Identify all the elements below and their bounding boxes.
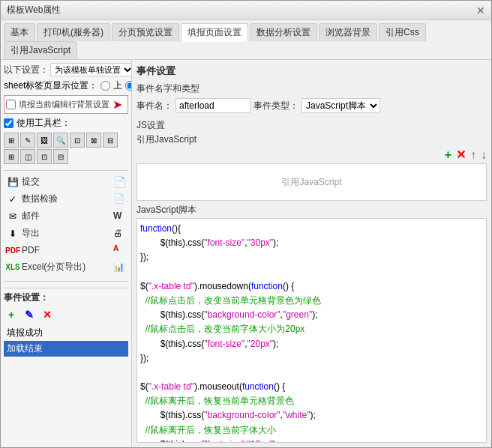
event-section-title: 事件设置： [4, 291, 128, 304]
submit-label: 提交 [22, 175, 40, 188]
main-content: 以下设置： 为该模板单独设置 sheet标签页显示位置： 上 填报当前编辑行背景… [1, 60, 491, 447]
code-line: $(this).css("background-color","green"); [140, 308, 483, 322]
toolbar-icon-2[interactable]: ✎ [20, 133, 35, 148]
code-line: $(this).css("font-size","20px"); [140, 337, 483, 351]
setting-label: 以下设置： [4, 64, 49, 76]
toolbar-icons: ⊞ ✎ 🖼 🔍 ⊡ ⊠ ⊟ ⊞ ◫ ⊡ ⊟ [4, 133, 128, 164]
validate-label: 数据检验 [22, 193, 58, 205]
event-list: 填报成功 加载结束 [4, 325, 128, 357]
export-label: 导出 [22, 227, 40, 240]
radio-bottom[interactable] [125, 81, 132, 91]
toolbar-checkbox[interactable] [4, 118, 14, 128]
code-line: //鼠标离开后，恢复当前单元格背景色 [140, 394, 483, 408]
code-line: //鼠标点击后，改变当前字体大小为20px [140, 322, 483, 336]
code-area[interactable]: function(){ $(this).css("font-size","30p… [136, 218, 487, 443]
tab-fill-page[interactable]: 填报页面设置 [181, 23, 248, 42]
event-name-input[interactable] [176, 98, 250, 113]
window-title: 模板Web属性 [7, 4, 61, 16]
title-bar: 模板Web属性 ✕ [1, 1, 491, 20]
tab-ref-css[interactable]: 引用Css [379, 23, 426, 41]
event-type-select[interactable]: JavaScript脚本 [302, 98, 380, 113]
tab-basic[interactable]: 基本 [4, 23, 35, 41]
submit-right-icon: 📄 [113, 176, 125, 188]
toolbar-icon-4[interactable]: 🔍 [53, 133, 68, 148]
toolbar-icon-1[interactable]: ⊞ [4, 133, 19, 148]
tab-print[interactable]: 打印机(服务器) [37, 23, 110, 41]
pdf-icon: PDF [7, 244, 19, 256]
excel-label: Excel(分页导出) [22, 261, 86, 273]
import-toolbar: + ✕ ↑ ↓ [136, 148, 487, 162]
code-line: $(this).css("font-size","12px"); [140, 438, 483, 443]
email-right-icon: W [113, 211, 125, 223]
tab-ref-js[interactable]: 引用JavaScript [4, 41, 77, 59]
separator-2 [4, 281, 128, 282]
menu-item-validate[interactable]: ✓ 数据检验 📄 [4, 191, 128, 207]
tab-page-preview[interactable]: 分页预览设置 [112, 23, 179, 41]
close-button[interactable]: ✕ [476, 4, 485, 16]
event-item-load-end[interactable]: 加载结束 [4, 341, 128, 357]
tab-browser-bg[interactable]: 浏览器背景 [319, 23, 377, 41]
toolbar-icon-5[interactable]: ⊡ [70, 133, 85, 148]
event-item-fill-success[interactable]: 填报成功 [4, 325, 128, 341]
tabs-bar: 基本 打印机(服务器) 分页预览设置 填报页面设置 数据分析设置 浏览器背景 引… [1, 20, 491, 60]
event-edit-button[interactable]: ✎ [22, 307, 37, 322]
code-line [140, 366, 483, 380]
tab-data-analysis[interactable]: 数据分析设置 [250, 23, 317, 41]
pdf-label: PDF [22, 245, 40, 255]
sheet-position-row: sheet标签页显示位置： 上 [4, 79, 128, 92]
code-line: $(".x-table td").mouseout(function() { [140, 380, 483, 394]
import-del-button[interactable]: ✕ [456, 148, 466, 162]
right-section-title: 事件设置 [136, 64, 487, 78]
code-line: //鼠标点击后，改变当前单元格背景色为绿色 [140, 294, 483, 308]
toolbar-icon-6[interactable]: ⊠ [86, 133, 101, 148]
edit-row-bg-checkbox[interactable] [6, 100, 16, 109]
setting-select[interactable]: 为该模板单独设置 [50, 63, 132, 76]
code-line: $(this).css("background-color","white"); [140, 408, 483, 423]
import-box-text: 引用JavaScript [281, 176, 341, 189]
email-label: 邮件 [22, 210, 40, 223]
menu-item-submit[interactable]: 💾 提交 📄 [4, 174, 128, 190]
event-del-button[interactable]: ✕ [40, 307, 55, 322]
menu-item-email[interactable]: ✉ 邮件 W [4, 208, 128, 224]
code-line: $(this).css("font-size","30px"); [140, 236, 483, 250]
import-add-button[interactable]: + [445, 148, 452, 162]
checkbox-row: 填报当前编辑行背景设置 ➤ [4, 95, 128, 114]
toolbar-icon-9[interactable]: ◫ [20, 149, 35, 164]
setting-row: 以下设置： 为该模板单独设置 [4, 63, 128, 76]
excel-icon: XLS [7, 261, 19, 273]
radio-top[interactable] [100, 81, 110, 91]
code-line: $(".x-table td").mousedown(function() { [140, 279, 483, 294]
toolbar-icon-8[interactable]: ⊞ [4, 149, 19, 164]
import-up-button[interactable]: ↑ [470, 148, 476, 162]
event-buttons: + ✎ ✕ [4, 307, 128, 322]
toolbar-icon-11[interactable]: ⊟ [53, 149, 68, 164]
menu-item-export[interactable]: ⬇ 导出 🖨 [4, 225, 128, 241]
right-panel: 事件设置 事件名字和类型 事件名： 事件类型： JavaScript脚本 JS设… [132, 60, 491, 447]
name-type-label: 事件名字和类型 [136, 82, 487, 95]
event-name-label: 事件名： [136, 100, 172, 112]
toolbar-icon-7[interactable]: ⊟ [103, 133, 118, 148]
menu-items: 💾 提交 📄 ✓ 数据检验 📄 ✉ 邮件 [4, 174, 128, 275]
export-right-icon: 🖨 [113, 228, 125, 240]
toolbar-icon-3[interactable]: 🖼 [37, 133, 52, 148]
script-label: JavaScript脚本 [136, 204, 487, 217]
code-line: //鼠标离开后，恢复当前字体大小 [140, 423, 483, 438]
submit-icon: 💾 [7, 176, 19, 188]
validate-right-icon: 📄 [113, 193, 125, 205]
code-line: function(){ [140, 222, 483, 236]
import-label: 引用JavaScript [136, 133, 487, 146]
toolbar-check-row: 使用工具栏： [4, 117, 128, 130]
pdf-right-icon: A [113, 244, 125, 256]
main-window: 模板Web属性 ✕ 基本 打印机(服务器) 分页预览设置 填报页面设置 数据分析… [0, 0, 492, 448]
import-down-button[interactable]: ↓ [481, 148, 487, 162]
toolbar-icon-10[interactable]: ⊡ [37, 149, 52, 164]
menu-item-excel[interactable]: XLS Excel(分页导出) 📊 [4, 259, 128, 275]
import-box: 引用JavaScript [136, 163, 487, 201]
radio-top-label: 上 [113, 79, 122, 92]
arrow-right-icon: ➤ [112, 97, 122, 112]
event-add-button[interactable]: + [4, 307, 19, 322]
validate-icon: ✓ [7, 193, 19, 205]
left-panel: 以下设置： 为该模板单独设置 sheet标签页显示位置： 上 填报当前编辑行背景… [1, 60, 132, 447]
email-icon: ✉ [7, 211, 19, 223]
menu-item-pdf[interactable]: PDF PDF A [4, 243, 128, 258]
